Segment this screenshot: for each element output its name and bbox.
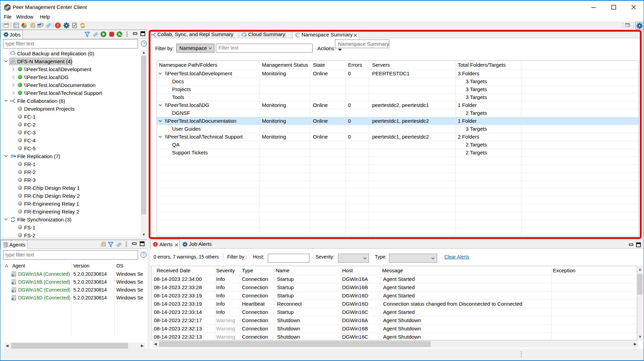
svg-text:?: ?: [143, 42, 145, 46]
svg-text:?: ?: [142, 253, 145, 257]
svg-text:12: 12: [38, 25, 40, 27]
